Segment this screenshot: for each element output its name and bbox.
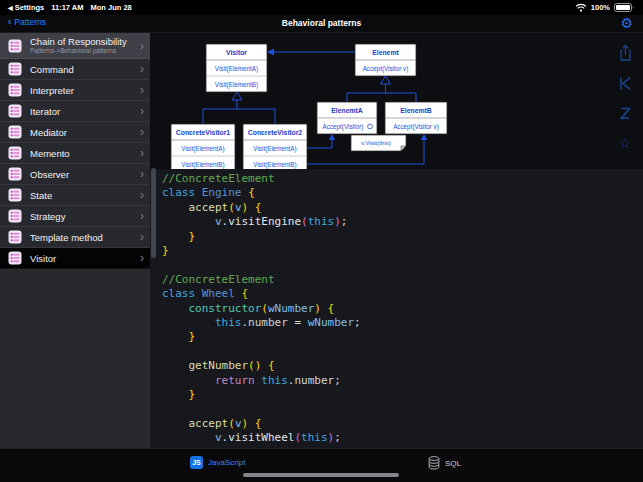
sidebar-item-iterator[interactable]: Iterator› [0, 101, 150, 122]
pattern-item-label: Strategy [30, 211, 136, 222]
pattern-item-label: Mediator [30, 127, 136, 138]
pattern-item-icon [8, 230, 22, 244]
tab-sql[interactable]: SQL [428, 456, 461, 470]
code-line: class Engine { [162, 186, 361, 200]
sidebar-item-mediator[interactable]: Mediator› [0, 122, 150, 143]
back-to-app-indicator[interactable]: ◀ Settings [8, 3, 44, 12]
pattern-item-icon [8, 209, 22, 223]
svg-text:Visit(ElementB): Visit(ElementB) [215, 81, 258, 89]
svg-text:v.Visit(this): v.Visit(this) [361, 139, 391, 146]
code-line [162, 345, 361, 359]
sidebar-item-command[interactable]: Command› [0, 59, 150, 80]
home-indicator[interactable] [243, 473, 399, 478]
clock: 11:17 AM [51, 3, 83, 12]
svg-text:Visit(ElementB): Visit(ElementB) [181, 161, 224, 169]
pattern-item-icon [8, 125, 22, 139]
pattern-item-label: State [30, 190, 136, 201]
sidebar-item-memento[interactable]: Memento› [0, 143, 150, 164]
svg-text:Accept(Visitor v): Accept(Visitor v) [393, 123, 439, 131]
pattern-item-icon [8, 62, 22, 76]
svg-text:Visit(ElementA): Visit(ElementA) [181, 145, 224, 153]
code-line: //ConcreteElement [162, 172, 361, 186]
status-bar: ◀ Settings 11:17 AM Mon Jun 28 100% [0, 0, 643, 15]
chevron-right-icon: › [140, 147, 144, 159]
svg-text:Accept(Visitor): Accept(Visitor) [323, 123, 364, 131]
visitor-uml-diagram[interactable]: Visitor Visit(ElementA) Visit(ElementB) … [160, 37, 460, 177]
sidebar-item-interpreter[interactable]: Interpreter› [0, 80, 150, 101]
pattern-item-label: Chain of Responsibility [30, 36, 136, 47]
battery-percent: 100% [591, 3, 610, 12]
code-line [162, 258, 361, 272]
pattern-detail-view: Visitor Visit(ElementA) Visit(ElementB) … [150, 33, 643, 448]
chevron-right-icon: › [140, 40, 144, 52]
tab-javascript[interactable]: JS JavaScript [190, 456, 245, 469]
code-line: } [162, 244, 361, 258]
code-block: //ConcreteElementclass Engine { accept(v… [162, 172, 361, 448]
svg-text:ConcreteVisitor1: ConcreteVisitor1 [176, 129, 230, 136]
code-line: } [162, 388, 361, 402]
pattern-item-icon [8, 104, 22, 118]
uml-class-concrete-visitor-2: ConcreteVisitor2 Visit(ElementA) Visit(E… [243, 124, 307, 172]
snooze-z-icon[interactable] [614, 102, 636, 124]
pattern-list-sidebar[interactable]: Chain of ResponsibilityPatterns->Behavio… [0, 33, 150, 448]
code-scroll-area[interactable]: //ConcreteElementclass Engine { accept(v… [150, 169, 643, 448]
javascript-badge-icon: JS [190, 456, 203, 469]
uml-class-concrete-visitor-1: ConcreteVisitor1 Visit(ElementA) Visit(E… [171, 124, 235, 172]
skip-to-start-icon[interactable] [614, 72, 636, 94]
favorite-star-icon[interactable]: ☆ [614, 132, 636, 154]
chevron-right-icon: › [140, 210, 144, 222]
pattern-item-label: Visitor [30, 253, 136, 264]
chevron-right-icon: › [140, 63, 144, 75]
pattern-item-icon [8, 188, 22, 202]
code-line: getNumber() { [162, 359, 361, 373]
svg-text:Accept(Visitor v): Accept(Visitor v) [363, 65, 409, 73]
tab-sql-label: SQL [445, 459, 461, 468]
page-title: Behavioral patterns [0, 18, 643, 28]
sidebar-item-template-method[interactable]: Template method› [0, 227, 150, 248]
uml-note: v.Visit(this) [351, 135, 406, 151]
sidebar-item-strategy[interactable]: Strategy› [0, 206, 150, 227]
code-line: v.visitEngine(this); [162, 215, 361, 229]
code-line: v.visitWheel(this); [162, 431, 361, 445]
chevron-right-icon: › [140, 252, 144, 264]
code-line: } [162, 330, 361, 344]
code-line: accept(v) { [162, 417, 361, 431]
vertical-scrollbar-thumb[interactable] [151, 168, 156, 258]
pattern-item-icon [8, 167, 22, 181]
sidebar-item-visitor[interactable]: Visitor› [0, 248, 150, 269]
battery-icon [614, 3, 635, 12]
pattern-item-label: Iterator [30, 106, 136, 117]
code-line: //ConcreteElement [162, 273, 361, 287]
svg-text:Visit(ElementB): Visit(ElementB) [253, 161, 296, 169]
chevron-right-icon: › [140, 126, 144, 138]
svg-text:Elenemt: Elenemt [372, 49, 399, 56]
sidebar-item-observer[interactable]: Observer› [0, 164, 150, 185]
svg-text:ElenemtB: ElenemtB [400, 107, 431, 114]
pattern-item-icon [8, 146, 22, 160]
nav-bar: ‹ Patterns Behavioral patterns ⚙ [0, 15, 643, 33]
pattern-item-icon [8, 83, 22, 97]
code-line: class Wheel { [162, 287, 361, 301]
chevron-right-icon: › [140, 168, 144, 180]
sidebar-item-chain-of-responsibility[interactable]: Chain of ResponsibilityPatterns->Behavio… [0, 33, 150, 59]
svg-text:Visit(ElementA): Visit(ElementA) [253, 145, 296, 153]
svg-text:Visit(ElementA): Visit(ElementA) [215, 65, 258, 73]
settings-gear-icon[interactable]: ⚙ [620, 15, 633, 32]
chevron-right-icon: › [140, 231, 144, 243]
code-line: accept(v) { [162, 201, 361, 215]
pattern-item-icon [8, 39, 22, 53]
chevron-right-icon: › [140, 105, 144, 117]
code-line: constructor(wNumber) { [162, 302, 361, 316]
pattern-item-label: Interpreter [30, 85, 136, 96]
sidebar-item-state[interactable]: State› [0, 185, 150, 206]
back-to-app-icon: ◀ [8, 5, 13, 11]
pattern-item-label: Observer [30, 169, 136, 180]
share-icon[interactable] [614, 42, 636, 64]
wifi-icon [575, 3, 587, 12]
date: Mon Jun 28 [90, 3, 131, 12]
uml-class-visitor: Visitor Visit(ElementA) Visit(ElementB) [206, 44, 267, 92]
code-line [162, 403, 361, 417]
back-to-app-label: Settings [15, 3, 45, 12]
svg-text:ElenemtA: ElenemtA [331, 107, 362, 114]
uml-class-element: Elenemt Accept(Visitor v) [355, 44, 416, 76]
